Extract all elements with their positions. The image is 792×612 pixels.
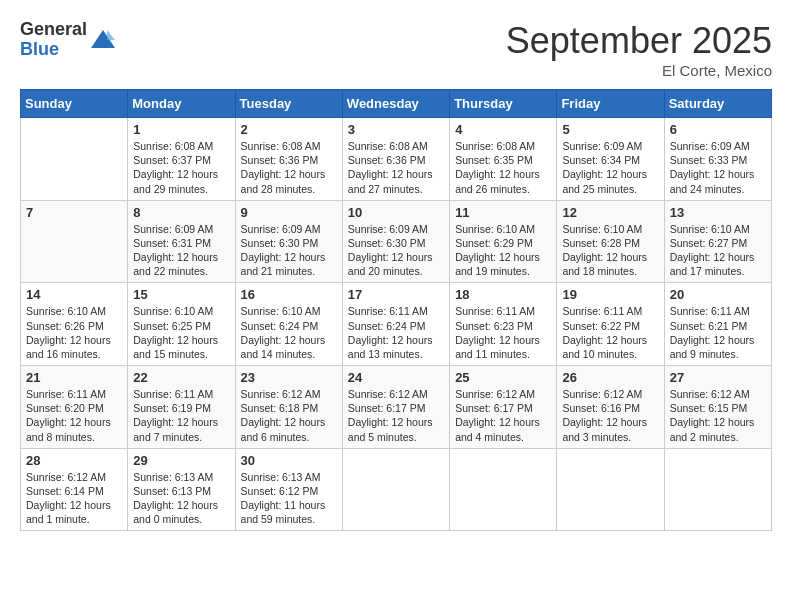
calendar-cell: 2Sunrise: 6:08 AM Sunset: 6:36 PM Daylig…	[235, 118, 342, 201]
calendar-cell	[342, 448, 449, 531]
calendar-cell: 22Sunrise: 6:11 AM Sunset: 6:19 PM Dayli…	[128, 366, 235, 449]
calendar-cell: 17Sunrise: 6:11 AM Sunset: 6:24 PM Dayli…	[342, 283, 449, 366]
day-info: Sunrise: 6:11 AM Sunset: 6:19 PM Dayligh…	[133, 387, 229, 444]
calendar-cell: 27Sunrise: 6:12 AM Sunset: 6:15 PM Dayli…	[664, 366, 771, 449]
day-info: Sunrise: 6:12 AM Sunset: 6:17 PM Dayligh…	[348, 387, 444, 444]
day-number: 5	[562, 122, 658, 137]
calendar-week-row: 28Sunrise: 6:12 AM Sunset: 6:14 PM Dayli…	[21, 448, 772, 531]
day-info: Sunrise: 6:11 AM Sunset: 6:21 PM Dayligh…	[670, 304, 766, 361]
day-info: Sunrise: 6:09 AM Sunset: 6:33 PM Dayligh…	[670, 139, 766, 196]
col-thursday: Thursday	[450, 90, 557, 118]
calendar-header-row: Sunday Monday Tuesday Wednesday Thursday…	[21, 90, 772, 118]
calendar-cell: 7	[21, 200, 128, 283]
calendar-cell	[21, 118, 128, 201]
col-saturday: Saturday	[664, 90, 771, 118]
day-info: Sunrise: 6:10 AM Sunset: 6:29 PM Dayligh…	[455, 222, 551, 279]
calendar-cell: 3Sunrise: 6:08 AM Sunset: 6:36 PM Daylig…	[342, 118, 449, 201]
day-number: 14	[26, 287, 122, 302]
calendar-week-row: 1Sunrise: 6:08 AM Sunset: 6:37 PM Daylig…	[21, 118, 772, 201]
day-info: Sunrise: 6:12 AM Sunset: 6:18 PM Dayligh…	[241, 387, 337, 444]
day-info: Sunrise: 6:11 AM Sunset: 6:23 PM Dayligh…	[455, 304, 551, 361]
calendar-cell: 13Sunrise: 6:10 AM Sunset: 6:27 PM Dayli…	[664, 200, 771, 283]
day-number: 26	[562, 370, 658, 385]
day-info: Sunrise: 6:13 AM Sunset: 6:12 PM Dayligh…	[241, 470, 337, 527]
calendar-cell: 8Sunrise: 6:09 AM Sunset: 6:31 PM Daylig…	[128, 200, 235, 283]
calendar-cell: 23Sunrise: 6:12 AM Sunset: 6:18 PM Dayli…	[235, 366, 342, 449]
day-info: Sunrise: 6:12 AM Sunset: 6:15 PM Dayligh…	[670, 387, 766, 444]
day-number: 30	[241, 453, 337, 468]
calendar-cell: 28Sunrise: 6:12 AM Sunset: 6:14 PM Dayli…	[21, 448, 128, 531]
day-number: 19	[562, 287, 658, 302]
day-number: 18	[455, 287, 551, 302]
calendar-cell: 15Sunrise: 6:10 AM Sunset: 6:25 PM Dayli…	[128, 283, 235, 366]
day-info: Sunrise: 6:12 AM Sunset: 6:17 PM Dayligh…	[455, 387, 551, 444]
day-number: 1	[133, 122, 229, 137]
day-info: Sunrise: 6:09 AM Sunset: 6:34 PM Dayligh…	[562, 139, 658, 196]
calendar-cell: 18Sunrise: 6:11 AM Sunset: 6:23 PM Dayli…	[450, 283, 557, 366]
calendar-cell: 5Sunrise: 6:09 AM Sunset: 6:34 PM Daylig…	[557, 118, 664, 201]
day-number: 7	[26, 205, 122, 220]
day-info: Sunrise: 6:10 AM Sunset: 6:28 PM Dayligh…	[562, 222, 658, 279]
calendar-cell: 24Sunrise: 6:12 AM Sunset: 6:17 PM Dayli…	[342, 366, 449, 449]
calendar-week-row: 21Sunrise: 6:11 AM Sunset: 6:20 PM Dayli…	[21, 366, 772, 449]
logo-general-text: General	[20, 20, 87, 40]
day-number: 25	[455, 370, 551, 385]
day-info: Sunrise: 6:11 AM Sunset: 6:20 PM Dayligh…	[26, 387, 122, 444]
day-info: Sunrise: 6:13 AM Sunset: 6:13 PM Dayligh…	[133, 470, 229, 527]
page-header: General Blue September 2025 El Corte, Me…	[20, 20, 772, 79]
day-number: 28	[26, 453, 122, 468]
day-number: 29	[133, 453, 229, 468]
day-info: Sunrise: 6:12 AM Sunset: 6:14 PM Dayligh…	[26, 470, 122, 527]
calendar-cell: 11Sunrise: 6:10 AM Sunset: 6:29 PM Dayli…	[450, 200, 557, 283]
day-number: 16	[241, 287, 337, 302]
day-info: Sunrise: 6:10 AM Sunset: 6:26 PM Dayligh…	[26, 304, 122, 361]
day-number: 24	[348, 370, 444, 385]
location-subtitle: El Corte, Mexico	[506, 62, 772, 79]
col-sunday: Sunday	[21, 90, 128, 118]
day-info: Sunrise: 6:10 AM Sunset: 6:24 PM Dayligh…	[241, 304, 337, 361]
calendar-cell: 9Sunrise: 6:09 AM Sunset: 6:30 PM Daylig…	[235, 200, 342, 283]
day-number: 11	[455, 205, 551, 220]
day-number: 4	[455, 122, 551, 137]
day-number: 22	[133, 370, 229, 385]
day-info: Sunrise: 6:10 AM Sunset: 6:27 PM Dayligh…	[670, 222, 766, 279]
logo: General Blue	[20, 20, 117, 60]
calendar-cell: 26Sunrise: 6:12 AM Sunset: 6:16 PM Dayli…	[557, 366, 664, 449]
day-number: 17	[348, 287, 444, 302]
calendar-cell: 12Sunrise: 6:10 AM Sunset: 6:28 PM Dayli…	[557, 200, 664, 283]
day-info: Sunrise: 6:10 AM Sunset: 6:25 PM Dayligh…	[133, 304, 229, 361]
calendar-week-row: 78Sunrise: 6:09 AM Sunset: 6:31 PM Dayli…	[21, 200, 772, 283]
calendar-cell: 29Sunrise: 6:13 AM Sunset: 6:13 PM Dayli…	[128, 448, 235, 531]
day-number: 20	[670, 287, 766, 302]
day-info: Sunrise: 6:09 AM Sunset: 6:31 PM Dayligh…	[133, 222, 229, 279]
day-number: 8	[133, 205, 229, 220]
day-info: Sunrise: 6:08 AM Sunset: 6:35 PM Dayligh…	[455, 139, 551, 196]
day-info: Sunrise: 6:08 AM Sunset: 6:36 PM Dayligh…	[241, 139, 337, 196]
calendar-cell: 19Sunrise: 6:11 AM Sunset: 6:22 PM Dayli…	[557, 283, 664, 366]
col-tuesday: Tuesday	[235, 90, 342, 118]
day-number: 2	[241, 122, 337, 137]
day-info: Sunrise: 6:08 AM Sunset: 6:37 PM Dayligh…	[133, 139, 229, 196]
day-info: Sunrise: 6:09 AM Sunset: 6:30 PM Dayligh…	[348, 222, 444, 279]
day-number: 27	[670, 370, 766, 385]
month-year-title: September 2025	[506, 20, 772, 62]
logo-icon	[89, 26, 117, 54]
calendar-week-row: 14Sunrise: 6:10 AM Sunset: 6:26 PM Dayli…	[21, 283, 772, 366]
day-info: Sunrise: 6:11 AM Sunset: 6:22 PM Dayligh…	[562, 304, 658, 361]
title-block: September 2025 El Corte, Mexico	[506, 20, 772, 79]
calendar-cell: 6Sunrise: 6:09 AM Sunset: 6:33 PM Daylig…	[664, 118, 771, 201]
day-number: 13	[670, 205, 766, 220]
day-number: 10	[348, 205, 444, 220]
calendar-cell: 21Sunrise: 6:11 AM Sunset: 6:20 PM Dayli…	[21, 366, 128, 449]
day-info: Sunrise: 6:09 AM Sunset: 6:30 PM Dayligh…	[241, 222, 337, 279]
calendar-cell	[664, 448, 771, 531]
day-info: Sunrise: 6:11 AM Sunset: 6:24 PM Dayligh…	[348, 304, 444, 361]
logo-blue-text: Blue	[20, 40, 87, 60]
calendar-cell: 10Sunrise: 6:09 AM Sunset: 6:30 PM Dayli…	[342, 200, 449, 283]
svg-marker-1	[107, 30, 115, 40]
day-number: 3	[348, 122, 444, 137]
day-info: Sunrise: 6:08 AM Sunset: 6:36 PM Dayligh…	[348, 139, 444, 196]
col-monday: Monday	[128, 90, 235, 118]
calendar-cell: 14Sunrise: 6:10 AM Sunset: 6:26 PM Dayli…	[21, 283, 128, 366]
day-number: 12	[562, 205, 658, 220]
